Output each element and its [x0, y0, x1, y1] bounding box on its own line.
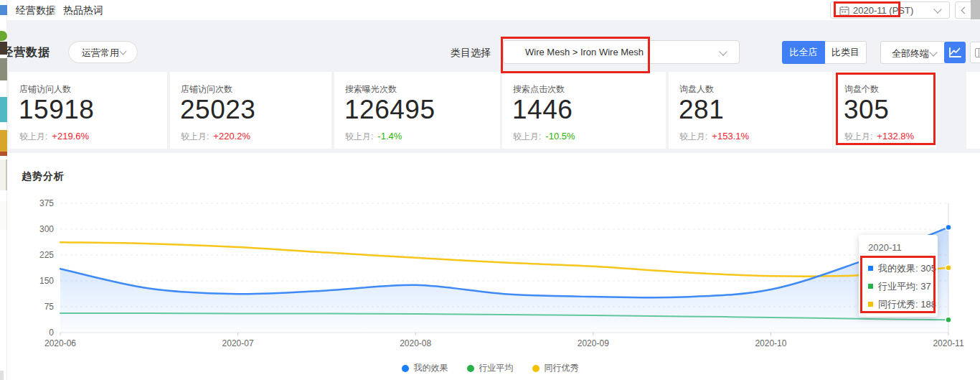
stat-change: 较上月:-10.5% — [513, 131, 575, 143]
top-tab-bar: 经营数据 热品热词 2020-11 (PST) — [0, 0, 980, 20]
compare-category-button[interactable]: 比类目 — [825, 41, 867, 64]
series-end-dot — [946, 225, 951, 231]
series-marker-icon — [868, 266, 873, 271]
stat-value: 1446 — [512, 95, 573, 125]
thumbnail-fragment — [0, 130, 7, 156]
trend-section: 趋势分析 0751502253003752020-062020-072020-0… — [0, 153, 980, 380]
stat-value: 305 — [844, 95, 889, 125]
stat-card-visits[interactable]: 店铺访问次数 25023 较上月:+220.2% — [170, 72, 331, 149]
stat-card-impressions[interactable]: 搜索曝光次数 126495 较上月:-1.4% — [334, 72, 500, 149]
legend-label: 我的效果 — [414, 362, 448, 374]
trend-chart[interactable]: 0751502253003752020-062020-072020-082020… — [0, 153, 980, 380]
thumbnail-fragment — [0, 5, 7, 15]
svg-text:2020-08: 2020-08 — [400, 338, 431, 348]
legend-item[interactable]: 同行优秀 — [532, 362, 579, 374]
tab-hot-products[interactable]: 热品热词 — [63, 4, 103, 17]
stat-card-inquiry-people[interactable]: 询盘人数 281 较上月:+153.1% — [669, 72, 832, 149]
preset-select[interactable]: 运营常用 — [68, 41, 138, 63]
series-marker-icon — [868, 302, 873, 307]
line-chart-view-button[interactable] — [944, 42, 966, 63]
category-select-value: Wire Mesh > Iron Wire Mesh — [525, 47, 644, 57]
category-select[interactable]: Wire Mesh > Iron Wire Mesh — [503, 40, 740, 64]
svg-text:2020-06: 2020-06 — [44, 338, 76, 348]
dashboard-page: 经营数据 热品热词 2020-11 (PST) 经营数据 运营常用 类目选择 W — [0, 0, 980, 380]
stat-value: 126495 — [344, 95, 435, 125]
thumbnail-fragment — [0, 97, 7, 122]
svg-text:300: 300 — [39, 224, 54, 234]
series-marker-icon — [868, 284, 873, 289]
legend-label: 同行优秀 — [545, 362, 579, 374]
stat-value: 281 — [679, 95, 724, 125]
chevron-down-icon — [929, 48, 937, 56]
tooltip-row: 我的效果: 305 — [868, 259, 938, 277]
category-select-label: 类目选择 — [451, 47, 491, 60]
stat-label: 搜索点击次数 — [513, 83, 565, 96]
legend-item[interactable]: 我的效果 — [402, 362, 448, 374]
stat-change: 较上月:+220.2% — [181, 131, 250, 143]
stat-label: 询盘个数 — [844, 83, 879, 96]
table-columns-icon — [975, 48, 980, 57]
stat-label: 搜索曝光次数 — [345, 83, 397, 96]
stat-value: 15918 — [19, 95, 94, 125]
stat-card-partial — [966, 72, 980, 149]
page-title: 经营数据 — [1, 45, 50, 60]
tab-divider — [54, 5, 55, 15]
legend-dot-icon — [532, 365, 540, 372]
svg-text:75: 75 — [44, 302, 55, 312]
svg-text:2020-11: 2020-11 — [933, 338, 963, 348]
svg-text:225: 225 — [39, 250, 54, 260]
stat-card-visitors[interactable]: 店铺访问人数 15918 较上月:+219.6% — [9, 72, 167, 149]
scrollbar-fragment — [971, 0, 980, 19]
chevron-down-icon — [933, 5, 941, 13]
preset-select-value: 运营常用 — [82, 47, 119, 60]
chart-legend: 我的效果行业平均同行优秀 — [0, 362, 980, 374]
svg-text:2020-10: 2020-10 — [755, 338, 786, 348]
thumbnail-fragment — [0, 201, 7, 230]
tooltip-value: 行业平均: 37 — [878, 280, 931, 293]
stat-card-clicks[interactable]: 搜索点击次数 1446 较上月:-10.5% — [502, 72, 666, 149]
series-end-dot — [946, 265, 951, 271]
date-picker-value: 2020-11 (PST) — [853, 5, 913, 16]
stat-change: 较上月:-1.4% — [345, 131, 402, 143]
thumbnail-fragment — [0, 159, 7, 190]
legend-dot-icon — [402, 365, 409, 372]
terminal-select-value: 全部终端 — [892, 47, 929, 60]
legend-label: 行业平均 — [479, 362, 514, 374]
chevron-down-icon — [120, 48, 127, 55]
thumbnail-fragment — [0, 42, 7, 55]
tooltip-row: 行业平均: 37 — [868, 277, 938, 295]
legend-item[interactable]: 行业平均 — [467, 362, 514, 374]
svg-text:2020-07: 2020-07 — [222, 338, 254, 348]
stat-label: 店铺访问人数 — [19, 83, 71, 96]
compare-store-button[interactable]: 比全店 — [782, 41, 825, 64]
series-end-dot — [946, 317, 951, 323]
stat-change: 较上月:+132.8% — [844, 131, 914, 143]
chevron-down-icon — [719, 47, 727, 55]
svg-text:2020-09: 2020-09 — [578, 338, 609, 348]
terminal-select[interactable]: 全部终端 — [880, 41, 946, 64]
thumbnail-fragment — [0, 58, 7, 80]
thumbnail-fragment — [0, 371, 4, 380]
stat-value: 25023 — [180, 95, 255, 125]
tooltip-value: 同行优秀: 188 — [878, 298, 936, 311]
stat-change: 较上月:+153.1% — [679, 131, 749, 143]
tab-business-data[interactable]: 经营数据 — [16, 4, 56, 17]
svg-text:375: 375 — [39, 198, 54, 208]
table-view-button[interactable] — [970, 42, 980, 63]
svg-text:150: 150 — [39, 276, 54, 286]
chart-tooltip: 2020-11 我的效果: 305行业平均: 37同行优秀: 188 — [859, 235, 938, 317]
line-chart-icon — [944, 42, 966, 63]
calendar-icon — [839, 6, 849, 16]
date-picker[interactable]: 2020-11 (PST) — [830, 1, 950, 19]
thumbnail-fragment — [0, 31, 7, 41]
legend-dot-icon — [467, 365, 474, 372]
tooltip-row: 同行优秀: 188 — [868, 295, 938, 313]
stat-label: 店铺访问次数 — [181, 83, 232, 96]
chevron-left-icon — [961, 7, 969, 14]
tooltip-date: 2020-11 — [868, 242, 938, 253]
svg-text:0: 0 — [49, 328, 54, 338]
thumbnail-strip — [0, 0, 7, 380]
stat-change: 较上月:+219.6% — [19, 131, 89, 143]
tooltip-value: 我的效果: 305 — [878, 262, 936, 275]
stat-card-inquiries[interactable]: 询盘个数 305 较上月:+132.8% — [834, 72, 936, 149]
